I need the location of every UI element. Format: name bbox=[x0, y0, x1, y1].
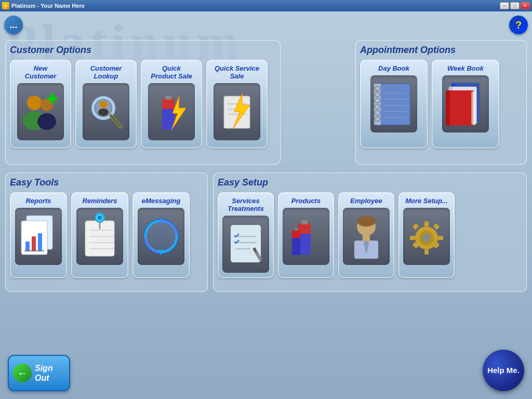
svg-rect-44 bbox=[473, 91, 475, 125]
quick-service-sale-label: Quick Service Sale bbox=[209, 64, 265, 80]
close-button[interactable]: ✕ bbox=[521, 2, 530, 9]
svg-rect-43 bbox=[446, 90, 449, 126]
new-customer-label: NewCustomer bbox=[25, 64, 57, 80]
customer-lookup-label: CustomerLookup bbox=[90, 64, 122, 80]
quick-service-sale-icon bbox=[214, 83, 260, 140]
products-card[interactable]: Products bbox=[278, 192, 334, 278]
svg-point-62 bbox=[98, 216, 102, 220]
help-corner-icon: ? bbox=[515, 19, 522, 31]
reports-icon bbox=[15, 208, 62, 265]
customer-lookup-card[interactable]: CustomerLookup bbox=[75, 60, 137, 148]
week-book-icon bbox=[442, 75, 489, 132]
svg-point-9 bbox=[98, 109, 109, 116]
svg-rect-45 bbox=[472, 92, 473, 125]
day-book-label: Day Book bbox=[378, 64, 409, 72]
sign-out-arrow-icon: ← bbox=[13, 364, 32, 382]
svg-rect-14 bbox=[165, 96, 171, 100]
employee-label: Employee bbox=[350, 197, 382, 205]
reminders-icon bbox=[76, 208, 123, 265]
svg-point-82 bbox=[357, 216, 376, 227]
services-treatments-card[interactable]: ServicesTreatments bbox=[218, 192, 274, 278]
day-book-card[interactable]: Day Book bbox=[360, 60, 428, 148]
products-label: Products bbox=[291, 197, 321, 205]
quick-product-sale-label: QuickProduct Sale bbox=[151, 64, 192, 80]
customer-options-grid: NewCustomer bbox=[10, 60, 276, 148]
svg-rect-89 bbox=[424, 221, 429, 227]
svg-rect-90 bbox=[424, 249, 429, 255]
appointment-options-panel: Appointment Options Day Book bbox=[355, 40, 527, 165]
svg-rect-24 bbox=[378, 84, 410, 125]
products-icon bbox=[283, 208, 329, 265]
svg-rect-50 bbox=[25, 242, 30, 251]
svg-rect-52 bbox=[38, 233, 42, 251]
emessaging-label: eMessaging bbox=[142, 197, 180, 205]
help-label: Help Me. bbox=[487, 366, 520, 375]
services-treatments-label: ServicesTreatments bbox=[228, 197, 264, 212]
minimize-button[interactable]: ─ bbox=[500, 2, 509, 9]
maximize-button[interactable]: □ bbox=[510, 2, 520, 9]
new-customer-icon bbox=[17, 83, 64, 140]
services-treatments-icon bbox=[222, 216, 269, 273]
appointment-options-grid: Day Book bbox=[360, 60, 522, 148]
svg-rect-80 bbox=[294, 228, 298, 231]
customer-options-title: Customer Options bbox=[10, 45, 276, 56]
help-corner-button[interactable]: ? bbox=[509, 16, 528, 34]
title-bar-text: Platinum - Your Name Here bbox=[11, 3, 85, 9]
easy-setup-panel: Easy Setup ServicesTreatments bbox=[213, 172, 527, 292]
sign-out-button[interactable]: ← Sign Out bbox=[8, 355, 70, 391]
quick-product-sale-icon bbox=[148, 83, 195, 140]
svg-rect-42 bbox=[446, 90, 474, 126]
svg-rect-5 bbox=[47, 97, 58, 100]
svg-rect-68 bbox=[231, 225, 261, 262]
quick-service-sale-card[interactable]: Quick Service Sale bbox=[206, 60, 268, 148]
week-book-label: Week Book bbox=[447, 64, 484, 72]
svg-rect-77 bbox=[301, 220, 308, 224]
reminders-card[interactable]: Reminders bbox=[71, 192, 128, 278]
title-bar: ★ Platinum - Your Name Here ─ □ ✕ bbox=[0, 0, 532, 11]
svg-point-0 bbox=[27, 96, 42, 110]
svg-rect-92 bbox=[438, 236, 443, 240]
svg-rect-79 bbox=[292, 238, 300, 255]
easy-tools-grid: Reports bbox=[10, 192, 203, 278]
employee-icon bbox=[343, 208, 390, 265]
app-icon: ★ bbox=[2, 2, 9, 9]
emessaging-card[interactable]: eMessaging bbox=[132, 192, 190, 278]
quick-product-sale-card[interactable]: QuickProduct Sale bbox=[141, 60, 202, 148]
emessaging-icon bbox=[138, 208, 184, 265]
svg-rect-51 bbox=[32, 236, 36, 251]
sign-out-label: Sign Out bbox=[35, 363, 65, 383]
day-book-icon bbox=[370, 75, 417, 132]
main-container: Platinum ... ? Customer Options NewCusto… bbox=[0, 11, 532, 399]
menu-button[interactable]: ... bbox=[4, 16, 23, 34]
svg-rect-93 bbox=[413, 223, 419, 230]
content-area: Customer Options NewCustomer bbox=[5, 40, 527, 394]
easy-tools-panel: Easy Tools Reports bbox=[5, 172, 208, 292]
svg-point-8 bbox=[100, 101, 107, 108]
svg-rect-94 bbox=[433, 223, 440, 230]
help-button[interactable]: Help Me. bbox=[483, 350, 524, 391]
reports-label: Reports bbox=[25, 197, 51, 205]
more-setup-icon bbox=[403, 208, 450, 265]
svg-point-3 bbox=[37, 113, 56, 130]
svg-point-88 bbox=[422, 234, 431, 242]
menu-icon: ... bbox=[9, 20, 17, 31]
customer-options-panel: Customer Options NewCustomer bbox=[5, 40, 281, 165]
more-setup-card[interactable]: More Setup... bbox=[398, 192, 455, 278]
appointment-options-title: Appointment Options bbox=[360, 45, 522, 56]
week-book-card[interactable]: Week Book bbox=[432, 60, 499, 148]
customer-lookup-icon bbox=[83, 83, 129, 140]
window-controls[interactable]: ─ □ ✕ bbox=[500, 2, 530, 9]
reports-card[interactable]: Reports bbox=[10, 192, 67, 278]
easy-setup-grid: ServicesTreatments bbox=[218, 192, 522, 278]
new-customer-card[interactable]: NewCustomer bbox=[10, 60, 71, 148]
easy-setup-title: Easy Setup bbox=[218, 177, 522, 188]
more-setup-label: More Setup... bbox=[405, 197, 448, 205]
employee-card[interactable]: Employee bbox=[338, 192, 394, 278]
svg-rect-91 bbox=[410, 236, 415, 240]
reminders-label: Reminders bbox=[82, 197, 117, 205]
svg-line-11 bbox=[111, 116, 121, 127]
easy-tools-title: Easy Tools bbox=[10, 177, 203, 188]
